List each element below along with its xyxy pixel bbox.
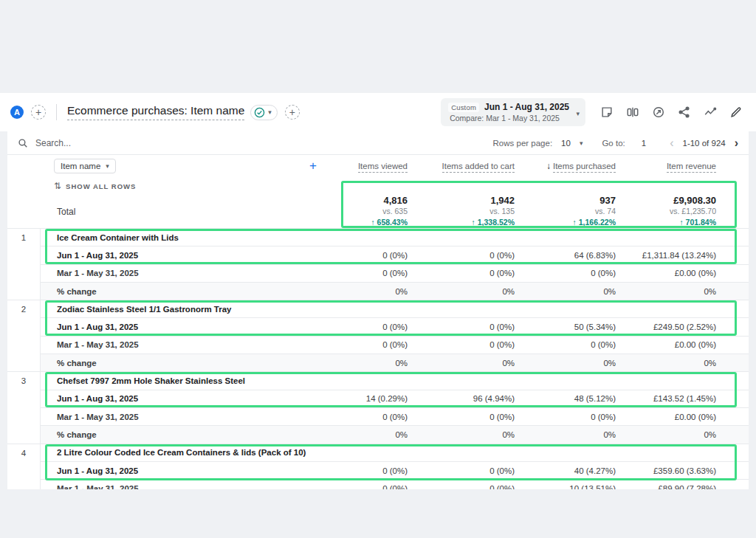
- report-header: A + Ecommerce purchases: Item name ▾ + C…: [0, 93, 756, 131]
- add-comparison-button[interactable]: +: [31, 105, 46, 120]
- share-icon: [678, 106, 691, 119]
- compare-bars-icon: [626, 106, 639, 119]
- item-name-row[interactable]: 2 Litre Colour Coded Ice Cream Container…: [41, 444, 749, 462]
- verified-check-icon: [254, 107, 265, 118]
- search-input[interactable]: [35, 138, 242, 148]
- total-items-purchased: 937 vs. 74 ↑ 1,166.22%: [520, 195, 622, 228]
- previous-page-button[interactable]: ‹: [670, 137, 673, 150]
- item-name-row[interactable]: Zodiac Stainless Steel 1/1 Gastronorm Tr…: [41, 300, 749, 318]
- page-top-band: [0, 0, 756, 93]
- sparkline-icon: [704, 106, 717, 119]
- pencil-icon: [729, 106, 743, 119]
- item-name: Zodiac Stainless Steel 1/1 Gastronorm Tr…: [41, 305, 329, 314]
- item-name-row[interactable]: Ice Cream Container with Lids: [41, 229, 749, 246]
- avatar[interactable]: A: [10, 106, 24, 119]
- percent-change-row: % change 0% 0% 0% 0%: [41, 426, 749, 444]
- date-mode-chip: Custom: [448, 103, 479, 112]
- period1-row[interactable]: Jun 1 - Aug 31, 2025 0 (0%) 0 (0%) 64 (6…: [41, 246, 749, 264]
- column-header-items-purchased[interactable]: ↓Items purchased: [520, 161, 622, 171]
- table-row-group: 4 2 Litre Colour Coded Ice Cream Contain…: [7, 444, 749, 489]
- date-compare-value: Compare: Mar 1 - May 31, 2025: [448, 114, 569, 123]
- total-item-revenue: £9,908.30 vs. £1,235.70 ↑ 701.84%: [622, 195, 722, 228]
- table-row-group: 3 Chefset 7997 2mm Hole Shaker Stainless…: [7, 372, 749, 444]
- divider: [56, 104, 57, 120]
- table-toolbar: Rows per page: 10 ▾ Go to: 1 ‹ 1-10 of 9…: [7, 131, 749, 155]
- chevron-down-icon: ▾: [106, 162, 109, 170]
- item-name: 2 Litre Colour Coded Ice Cream Container…: [41, 448, 329, 457]
- chevron-down-icon: ▾: [268, 108, 272, 116]
- period1-row[interactable]: Jun 1 - Aug 31, 2025 0 (0%) 0 (0%) 50 (5…: [41, 318, 749, 336]
- row-number: 4: [7, 444, 41, 489]
- dimension-selector[interactable]: Item name ▾: [54, 159, 116, 173]
- period2-row[interactable]: Mar 1 - May 31, 2025 0 (0%) 0 (0%) 0 (0%…: [41, 265, 749, 283]
- row-number: 3: [7, 372, 41, 444]
- report-status-badge[interactable]: ▾: [250, 105, 278, 120]
- notes-button[interactable]: [597, 103, 616, 122]
- add-dimension-button[interactable]: +: [309, 159, 317, 173]
- chevron-down-icon: ▾: [576, 110, 580, 117]
- next-page-button[interactable]: ›: [735, 137, 738, 150]
- period2-row[interactable]: Mar 1 - May 31, 2025 0 (0%) 0 (0%) 0 (0%…: [41, 337, 749, 354]
- column-header-item-revenue[interactable]: Item revenue: [622, 162, 722, 170]
- total-items-viewed: 4,816 vs. 635 ↑ 658.43%: [329, 195, 413, 228]
- page-title[interactable]: Ecommerce purchases: Item name: [67, 104, 244, 120]
- add-tab-button[interactable]: +: [285, 105, 300, 120]
- goto-page-input[interactable]: 1: [642, 139, 646, 148]
- table-row-group: 1 Ice Cream Container with Lids Jun 1 - …: [7, 229, 749, 300]
- sort-descending-icon: ↓: [546, 161, 551, 171]
- insights-button[interactable]: [649, 103, 668, 122]
- item-name-row[interactable]: Chefset 7997 2mm Hole Shaker Stainless S…: [41, 372, 749, 390]
- row-number: 1: [7, 229, 41, 300]
- chevron-down-icon[interactable]: ▾: [580, 139, 583, 147]
- column-header-items-added-to-cart[interactable]: Items added to cart: [413, 162, 520, 170]
- rows-per-page-label: Rows per page:: [493, 139, 553, 148]
- percent-change-row: % change 0% 0% 0% 0%: [41, 283, 749, 300]
- rows-per-page-value[interactable]: 10: [561, 139, 571, 148]
- item-name: Ice Cream Container with Lids: [41, 233, 329, 242]
- edit-button[interactable]: [726, 103, 746, 122]
- period1-row[interactable]: Jun 1 - Aug 31, 2025 0 (0%) 0 (0%) 40 (4…: [41, 462, 749, 480]
- total-items-added: 1,942 vs. 135 ↑ 1,338.52%: [413, 195, 520, 228]
- table-header-row: Item name ▾ + Items viewed Items added t…: [7, 155, 749, 177]
- show-all-rows-button[interactable]: ⇅ SHOW ALL ROWS: [41, 181, 329, 191]
- expand-rows-icon: ⇅: [54, 181, 61, 191]
- search-icon: [18, 138, 28, 148]
- share-button[interactable]: [675, 103, 694, 122]
- date-range-value: Jun 1 - Aug 31, 2025: [484, 102, 569, 112]
- percent-change-row: % change 0% 0% 0% 0%: [41, 354, 749, 372]
- comparison-button[interactable]: [623, 103, 642, 122]
- row-number: 2: [7, 300, 41, 372]
- column-header-items-viewed[interactable]: Items viewed: [329, 162, 413, 170]
- goto-label: Go to:: [602, 139, 625, 148]
- gauge-icon: [652, 106, 665, 119]
- report-table-card: Rows per page: 10 ▾ Go to: 1 ‹ 1-10 of 9…: [7, 131, 749, 489]
- item-name: Chefset 7997 2mm Hole Shaker Stainless S…: [41, 376, 329, 385]
- total-label: Total: [41, 207, 329, 217]
- totals-row: Total 4,816 vs. 635 ↑ 658.43% 1,942 vs. …: [7, 195, 749, 229]
- trend-analysis-button[interactable]: [701, 103, 720, 122]
- date-range-picker[interactable]: Custom Jun 1 - Aug 31, 2025 Compare: Mar…: [441, 98, 585, 126]
- period1-row[interactable]: Jun 1 - Aug 31, 2025 14 (0.29%) 96 (4.94…: [41, 390, 749, 408]
- period2-row[interactable]: Mar 1 - May 31, 2025 0 (0%) 0 (0%) 10 (1…: [41, 480, 749, 489]
- period2-row[interactable]: Mar 1 - May 31, 2025 0 (0%) 0 (0%) 0 (0%…: [41, 408, 749, 426]
- table-row-group: 2 Zodiac Stainless Steel 1/1 Gastronorm …: [7, 300, 749, 372]
- pagination-range: 1-10 of 924: [682, 139, 725, 148]
- note-icon: [600, 106, 614, 119]
